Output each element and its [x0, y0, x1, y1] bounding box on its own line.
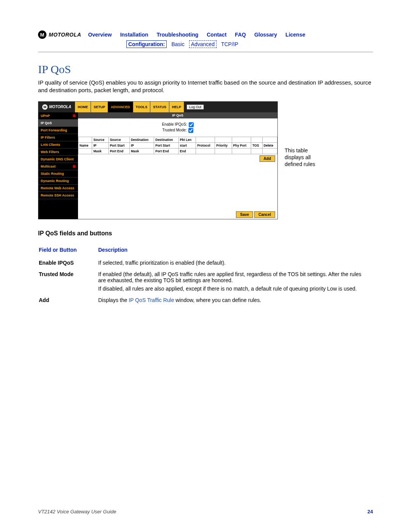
col-desc: Description [98, 244, 372, 257]
sidebar-item-remote-ssh-access[interactable]: Remote SSH Access [38, 192, 78, 199]
rules-table: SourceSourceDestinationDestinationPkt Le… [78, 137, 277, 154]
sidebar-item-lan-clients[interactable]: LAN Clients [38, 141, 78, 149]
enable-ipqos-checkbox[interactable] [189, 122, 194, 127]
router-screenshot: M MOTOROLA HOME SETUP ADVANCED TOOLS STA… [38, 101, 278, 219]
trusted-mode-checkbox[interactable] [188, 128, 193, 133]
row-trusted-name: Trusted Mode [39, 269, 97, 294]
trusted-mode-label: Trusted Mode: [162, 128, 186, 133]
sidebar-item-static-routing[interactable]: Static Routing [38, 170, 78, 177]
col-field: Field or Button [39, 244, 97, 257]
footer-page: 24 [368, 509, 373, 514]
ipqos-rule-link[interactable]: IP QoS Traffic Rule [129, 297, 174, 303]
save-button[interactable]: Save [236, 211, 253, 218]
status-dot-icon [73, 114, 76, 117]
intro-text: IP quality of service (QoS) enables you … [38, 79, 373, 94]
router-tabbar: HOME SETUP ADVANCED TOOLS STATUS HELP Lo… [75, 102, 204, 112]
subnav-advanced[interactable]: Advanced [189, 40, 217, 48]
nav-contact[interactable]: Contact [207, 32, 226, 38]
status-dot-icon [73, 165, 76, 168]
nav-installation[interactable]: Installation [120, 32, 148, 38]
header-divider [38, 52, 373, 52]
tab-help[interactable]: HELP [169, 102, 184, 112]
sidebar-item-ip-qos[interactable]: IP QoS [38, 120, 78, 127]
motorola-icon: M [38, 30, 46, 39]
sidebar-item-dynamic-routing[interactable]: Dynamic Routing [38, 177, 78, 185]
page-footer: VT2142 Voice Gateway User Guide 24 [38, 509, 373, 514]
brand-text: MOTOROLA [49, 32, 81, 38]
doc-sub-nav: Configuration: Basic Advanced TCP/IP [126, 40, 373, 48]
nav-glossary[interactable]: Glossary [254, 32, 277, 38]
fields-heading: IP QoS fields and buttons [38, 230, 373, 237]
row-add-name: Add [39, 295, 97, 305]
callout-note: This table displays all defined rules [285, 101, 327, 168]
sidebar-item-web-filters[interactable]: Web Filters [38, 149, 78, 156]
sidebar-item-dynamic-dns-client[interactable]: Dynamic DNS Client [38, 156, 78, 163]
sidebar-item-port-forwarding[interactable]: Port Forwarding [38, 127, 78, 134]
row-enable-name: Enable IPQoS [39, 257, 97, 268]
add-button[interactable]: Add [260, 155, 275, 162]
router-logo: M MOTOROLA [38, 104, 75, 110]
cancel-button[interactable]: Cancel [254, 211, 275, 218]
subnav-basic[interactable]: Basic [171, 41, 184, 47]
sidebar-item-remote-web-access[interactable]: Remote Web Access [38, 185, 78, 192]
fields-table: Field or Button Description Enable IPQoS… [38, 244, 373, 306]
panel-title: IP QoS [78, 112, 277, 118]
sidebar-item-multicast[interactable]: Multicast [38, 163, 78, 170]
logout-button[interactable]: Log Out [186, 104, 204, 110]
nav-faq[interactable]: FAQ [235, 32, 246, 38]
nav-troubleshooting[interactable]: Troubleshooting [157, 32, 199, 38]
row-add-desc: Displays the IP QoS Traffic Rule window,… [98, 295, 372, 305]
doc-top-nav: Overview Installation Troubleshooting Co… [88, 32, 305, 38]
subnav-configuration[interactable]: Configuration: [126, 40, 167, 48]
router-sidebar: UPnPIP QoSPort ForwardingIP FiltersLAN C… [38, 112, 78, 219]
tab-advanced[interactable]: ADVANCED [108, 102, 133, 112]
enable-ipqos-label: Enable IPQoS: [162, 122, 187, 127]
nav-overview[interactable]: Overview [88, 32, 112, 38]
page-title: IP QoS [38, 63, 373, 76]
tab-status[interactable]: STATUS [150, 102, 169, 112]
motorola-icon: M [42, 104, 48, 110]
tab-home[interactable]: HOME [75, 102, 91, 112]
sidebar-item-ip-filters[interactable]: IP Filters [38, 134, 78, 141]
footer-title: VT2142 Voice Gateway User Guide [38, 509, 116, 514]
tab-setup[interactable]: SETUP [91, 102, 108, 112]
subnav-tcpip[interactable]: TCP/IP [221, 41, 238, 47]
brand-logo: M MOTOROLA [38, 30, 81, 39]
row-enable-desc: If selected, traffic prioritization is e… [98, 257, 372, 268]
sidebar-item-upnp[interactable]: UPnP [38, 112, 78, 120]
tab-tools[interactable]: TOOLS [133, 102, 151, 112]
nav-license[interactable]: License [285, 32, 305, 38]
row-trusted-desc: If enabled (the default), all IP QoS tra… [98, 269, 372, 294]
